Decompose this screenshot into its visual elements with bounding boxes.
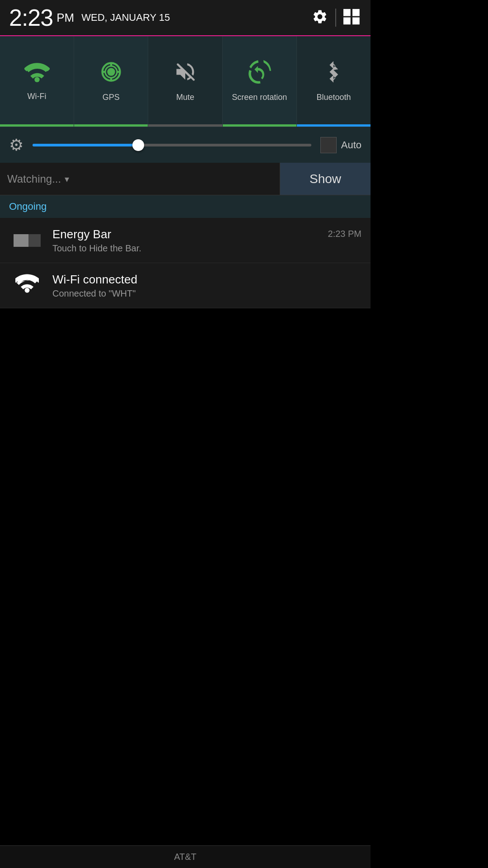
auto-brightness-checkbox[interactable]: Auto bbox=[320, 137, 361, 153]
svg-rect-2 bbox=[343, 17, 351, 24]
status-divider bbox=[335, 9, 336, 27]
show-button[interactable]: Show bbox=[280, 163, 371, 195]
watching-dropdown[interactable]: Watching... ▾ bbox=[0, 163, 280, 195]
svg-rect-1 bbox=[352, 9, 360, 16]
mute-icon bbox=[174, 60, 197, 89]
auto-box[interactable] bbox=[320, 137, 337, 153]
energy-bar-content: Energy Bar Touch to Hide the Bar. bbox=[52, 227, 328, 254]
gps-label: GPS bbox=[103, 93, 120, 103]
wifi-connected-subtitle: Connected to "WHT" bbox=[52, 288, 361, 299]
svg-rect-3 bbox=[352, 17, 360, 24]
energy-bar-time: 2:23 PM bbox=[328, 229, 361, 239]
bluetooth-label: Bluetooth bbox=[316, 93, 351, 103]
svg-rect-0 bbox=[343, 9, 351, 16]
toggle-screen-rotation[interactable]: Screen rotation bbox=[223, 36, 297, 127]
brightness-row: ⚙ Auto bbox=[0, 127, 371, 163]
bluetooth-icon bbox=[324, 60, 343, 89]
watching-text: Watching... bbox=[7, 173, 61, 185]
toggle-mute[interactable]: Mute bbox=[148, 36, 222, 127]
brightness-slider[interactable] bbox=[33, 144, 311, 146]
toggle-gps[interactable]: GPS bbox=[74, 36, 148, 127]
screen-rotation-bar bbox=[223, 124, 296, 127]
brightness-fill bbox=[33, 144, 138, 146]
screen-rotation-label: Screen rotation bbox=[232, 93, 287, 103]
screen-rotation-icon bbox=[248, 60, 271, 89]
carrier-text: AT&T bbox=[174, 852, 197, 862]
status-time: 2:23 bbox=[9, 4, 53, 31]
wifi-connected-icon-area bbox=[9, 274, 45, 298]
wifi-label: Wi-Fi bbox=[28, 92, 47, 102]
ongoing-label: Ongoing bbox=[9, 201, 47, 212]
watching-arrow-icon: ▾ bbox=[65, 174, 69, 184]
svg-point-6 bbox=[107, 68, 115, 76]
watching-row: Watching... ▾ Show bbox=[0, 163, 371, 195]
brightness-icon: ⚙ bbox=[9, 136, 23, 155]
wifi-connected-content: Wi-Fi connected Connected to "WHT" bbox=[52, 273, 361, 299]
svg-point-4 bbox=[34, 77, 40, 83]
wifi-icon bbox=[24, 61, 50, 88]
settings-icon[interactable] bbox=[312, 9, 328, 27]
gps-icon bbox=[99, 60, 123, 89]
ongoing-section-header: Ongoing bbox=[0, 195, 371, 218]
gps-bar bbox=[74, 124, 148, 127]
energy-bar-title: Energy Bar bbox=[52, 227, 328, 241]
energy-bar-fill bbox=[14, 234, 28, 247]
status-date: WED, JANUARY 15 bbox=[81, 12, 170, 24]
toggle-wifi[interactable]: Wi-Fi bbox=[0, 36, 74, 127]
notification-energy-bar[interactable]: Energy Bar Touch to Hide the Bar. 2:23 P… bbox=[0, 218, 371, 263]
auto-label: Auto bbox=[341, 139, 361, 151]
notification-wifi-connected[interactable]: Wi-Fi connected Connected to "WHT" bbox=[0, 263, 371, 308]
status-bar: 2:23 PM WED, JANUARY 15 bbox=[0, 0, 371, 36]
energy-bar-icon-area bbox=[9, 234, 45, 247]
mute-label: Mute bbox=[176, 93, 194, 103]
brightness-thumb bbox=[132, 139, 144, 151]
svg-point-12 bbox=[25, 288, 30, 292]
wifi-connected-title: Wi-Fi connected bbox=[52, 273, 361, 287]
quick-toggles: Wi-Fi GPS Mute bbox=[0, 36, 371, 127]
bluetooth-bar bbox=[297, 124, 371, 127]
toggle-bluetooth[interactable]: Bluetooth bbox=[297, 36, 371, 127]
wifi-bar bbox=[0, 124, 74, 127]
grid-icon[interactable] bbox=[343, 9, 361, 27]
status-icons bbox=[312, 9, 361, 27]
status-ampm: PM bbox=[56, 11, 74, 25]
energy-bar-subtitle: Touch to Hide the Bar. bbox=[52, 243, 328, 254]
energy-bar-icon bbox=[14, 234, 41, 247]
mute-bar bbox=[148, 124, 222, 127]
bottom-bar: AT&T bbox=[0, 845, 371, 868]
wifi-connected-icon bbox=[15, 274, 39, 298]
